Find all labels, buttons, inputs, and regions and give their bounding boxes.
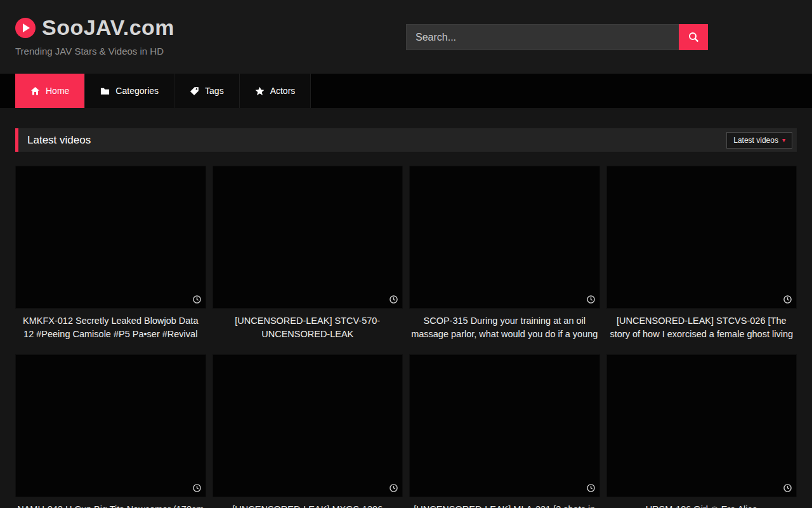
sort-dropdown-label: Latest videos	[733, 136, 778, 145]
section-header: Latest videos Latest videos ▾	[15, 128, 797, 152]
nav-item-categories[interactable]: Categories	[85, 74, 174, 108]
clock-icon	[390, 484, 398, 492]
folder-icon	[100, 86, 110, 96]
video-title[interactable]: SCOP-315 During your training at an oil …	[409, 314, 600, 340]
search-input[interactable]	[406, 24, 679, 50]
nav-item-tags[interactable]: Tags	[174, 74, 240, 108]
video-thumbnail[interactable]	[15, 354, 206, 497]
nav-item-label: Home	[46, 86, 69, 96]
main-nav: Home Categories Tags Actors	[0, 74, 812, 108]
video-title[interactable]: NAMH-042 H Cup Big Tits Newcomer (170cm …	[15, 503, 206, 508]
video-thumbnail[interactable]	[409, 166, 600, 309]
play-logo-icon	[15, 18, 36, 38]
video-card[interactable]: SCOP-315 During your training at an oil …	[409, 166, 600, 341]
video-thumbnail[interactable]	[409, 354, 600, 497]
nav-item-home[interactable]: Home	[15, 74, 85, 108]
clock-icon	[587, 484, 595, 492]
video-thumbnail[interactable]	[606, 166, 797, 309]
nav-item-actors[interactable]: Actors	[240, 74, 311, 108]
clock-icon	[587, 295, 595, 304]
clock-icon	[783, 295, 792, 304]
search-icon	[688, 32, 699, 43]
site-title: SooJAV.com	[42, 15, 174, 40]
sort-dropdown[interactable]: Latest videos ▾	[726, 132, 792, 149]
site-logo[interactable]: SooJAV.com	[15, 15, 174, 40]
section-title: Latest videos	[27, 134, 91, 147]
clock-icon	[390, 295, 398, 304]
tag-icon	[190, 86, 199, 96]
video-thumbnail[interactable]	[15, 166, 206, 309]
nav-item-label: Actors	[270, 86, 296, 96]
video-grid: KMKFX-012 Secretly Leaked Blowjob Data 1…	[15, 166, 797, 508]
search-button[interactable]	[679, 24, 708, 50]
site-header: SooJAV.com Trending JAV Stars & Videos i…	[0, 0, 812, 74]
video-card[interactable]: [UNCENSORED-LEAK] MXGS-1306 Absolutely	[213, 354, 403, 508]
search-form	[406, 24, 708, 50]
clock-icon	[193, 484, 201, 492]
video-title[interactable]: [UNCENSORED-LEAK] STCVS-026 [The story o…	[606, 314, 797, 341]
video-card[interactable]: [UNCENSORED-LEAK] STCVS-026 [The story o…	[606, 166, 797, 341]
video-title[interactable]: [UNCENSORED-LEAK] STCV-570-UNCENSORED-LE…	[213, 314, 403, 340]
video-card[interactable]: [UNCENSORED-LEAK] MLA-231 [3 shots in	[409, 354, 600, 508]
video-card[interactable]: KMKFX-012 Secretly Leaked Blowjob Data 1…	[15, 166, 206, 341]
video-thumbnail[interactable]	[213, 166, 403, 309]
clock-icon	[783, 484, 792, 492]
video-card[interactable]: NAMH-042 H Cup Big Tits Newcomer (170cm …	[15, 354, 206, 508]
chevron-down-icon: ▾	[782, 137, 785, 144]
video-thumbnail[interactable]	[213, 354, 403, 497]
video-card[interactable]: [UNCENSORED-LEAK] STCV-570-UNCENSORED-LE…	[213, 166, 403, 341]
page: { "colors": { "accent": "#f72c50", "back…	[0, 0, 812, 508]
video-title[interactable]: [UNCENSORED-LEAK] MLA-231 [3 shots in	[409, 503, 600, 508]
star-icon	[255, 86, 265, 96]
clock-icon	[193, 295, 201, 304]
video-title[interactable]: KMKFX-012 Secretly Leaked Blowjob Data 1…	[15, 314, 206, 341]
nav-item-label: Tags	[205, 86, 224, 96]
video-title[interactable]: [UNCENSORED-LEAK] MXGS-1306 Absolutely	[213, 503, 403, 508]
video-thumbnail[interactable]	[606, 354, 797, 497]
video-title[interactable]: URSM-186 Girl ◎ Era Alice	[606, 503, 797, 508]
home-icon	[30, 86, 40, 96]
video-card[interactable]: URSM-186 Girl ◎ Era Alice	[606, 354, 797, 508]
nav-item-label: Categories	[115, 86, 159, 96]
